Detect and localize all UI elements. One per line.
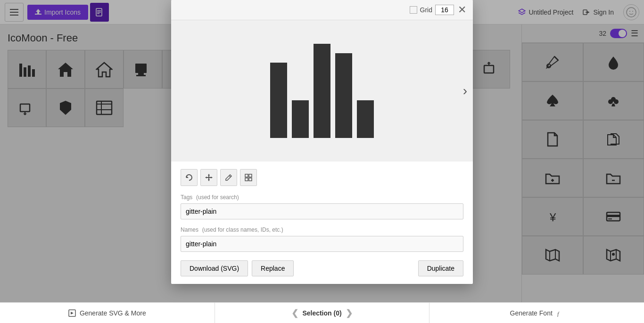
bar-3 <box>314 44 330 138</box>
selection-area: ❮ Selection (0) ❯ <box>215 303 429 323</box>
svg-marker-78 <box>208 179 210 181</box>
modal-actions: Download (SVG) Replace Duplicate <box>181 260 463 276</box>
selection-left-arrow[interactable]: ❮ <box>288 308 302 318</box>
generate-svg-icon <box>68 309 76 317</box>
undo-button[interactable] <box>181 169 198 186</box>
svg-text:f: f <box>557 311 560 317</box>
svg-marker-87 <box>71 312 74 315</box>
names-label: Names (used for class names, IDs, etc.) <box>181 226 463 233</box>
generate-svg-button[interactable]: Generate SVG & More <box>0 303 215 323</box>
grid-label: Grid <box>410 5 454 15</box>
duplicate-button[interactable]: Duplicate <box>418 260 463 276</box>
svg-rect-84 <box>245 178 248 181</box>
bar-1 <box>270 63 287 138</box>
icon-preview: › <box>171 20 473 162</box>
icon-detail-modal: Grid ✕ › <box>171 0 473 284</box>
svg-rect-82 <box>245 174 248 177</box>
modal-close-button[interactable]: ✕ <box>458 5 466 15</box>
grid-size-input[interactable] <box>435 5 454 15</box>
svg-marker-74 <box>186 176 189 178</box>
svg-rect-85 <box>249 178 252 181</box>
modal-body: Tags (used for search) Names (used for c… <box>171 162 473 284</box>
modal-overlay: Grid ✕ › <box>0 0 644 302</box>
bar-2 <box>292 100 309 138</box>
bar-4 <box>335 53 352 138</box>
preview-icon-bars <box>270 44 374 138</box>
bottom-bar: Generate SVG & More ❮ Selection (0) ❯ Ge… <box>0 302 644 323</box>
modal-header: Grid ✕ <box>171 0 473 20</box>
bar-5 <box>357 100 374 138</box>
svg-rect-83 <box>249 174 252 177</box>
svg-marker-79 <box>205 177 207 178</box>
names-input[interactable] <box>181 236 463 252</box>
modal-toolbar <box>181 169 463 186</box>
svg-line-81 <box>229 176 231 177</box>
svg-marker-77 <box>208 174 210 176</box>
tags-input[interactable] <box>181 203 463 219</box>
generate-font-icon: f <box>556 309 564 317</box>
selection-right-arrow[interactable]: ❯ <box>342 308 356 318</box>
download-svg-button[interactable]: Download (SVG) <box>181 260 248 276</box>
selection-label: Selection (0) <box>302 309 341 317</box>
generate-font-button[interactable]: Generate Font f <box>429 303 644 323</box>
next-icon-button[interactable]: › <box>463 83 467 98</box>
edit-button[interactable] <box>220 169 237 186</box>
move-button[interactable] <box>200 169 217 186</box>
svg-marker-80 <box>211 177 213 178</box>
tags-label: Tags (used for search) <box>181 194 463 201</box>
grid-checkbox[interactable] <box>410 6 417 14</box>
grid-button[interactable] <box>240 169 257 186</box>
replace-button[interactable]: Replace <box>252 260 294 276</box>
